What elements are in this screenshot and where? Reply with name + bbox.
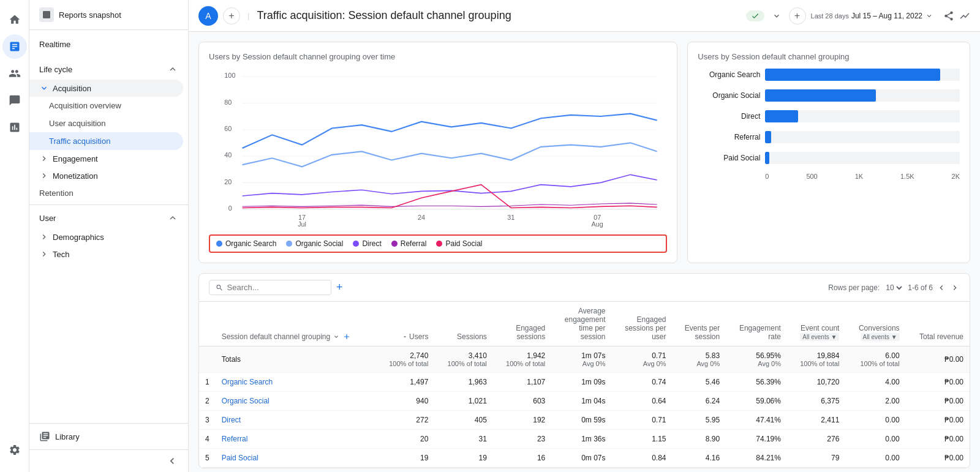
search-icon — [216, 283, 224, 292]
table-row: 2 Organic Social 940 1,021 603 1m 04s 0.… — [199, 392, 970, 411]
add-col-icon[interactable] — [342, 332, 351, 341]
monetization-label: Monetization — [53, 171, 98, 181]
acquisition-nav-item[interactable]: Acquisition — [29, 80, 183, 97]
col-channel-header[interactable]: Session default channel grouping — [216, 302, 376, 347]
col-users-header[interactable]: Users — [376, 302, 434, 347]
bar-fill-organic-social — [765, 89, 876, 102]
dropdown-btn[interactable] — [772, 11, 782, 21]
home-icon-btn[interactable] — [2, 7, 27, 32]
data-table-card: + Rows per page: 10 25 50 1-6 of 6 — [198, 273, 970, 468]
library-nav-item[interactable]: Library — [29, 423, 188, 449]
icon-sidebar — [0, 0, 29, 472]
tech-label: Tech — [53, 250, 69, 259]
data-table: Session default channel grouping Users — [199, 302, 970, 468]
bar-fill-paid-social — [765, 152, 769, 164]
prev-page-icon[interactable] — [937, 283, 946, 293]
row1-eng-rate: 56.39% — [726, 373, 787, 392]
reports-snapshot-label[interactable]: Reports snapshot — [59, 10, 121, 20]
totals-conversions: 6.00 100% of total — [845, 347, 905, 373]
lifecycle-header[interactable]: Life cycle — [29, 59, 188, 80]
audience-icon-btn[interactable] — [2, 61, 27, 86]
line-chart-title: Users by Session default channel groupin… — [209, 52, 667, 61]
bar-row-referral: Referral — [698, 131, 960, 143]
row5-conversions: 0.00 — [845, 449, 905, 468]
user-avatar[interactable]: A — [198, 6, 218, 26]
add-report-btn[interactable]: + — [789, 7, 806, 24]
tech-nav-item[interactable]: Tech — [29, 245, 188, 263]
engagement-label: Engagement — [53, 154, 98, 163]
row5-channel[interactable]: Paid Social — [216, 449, 376, 468]
next-page-icon[interactable] — [950, 283, 960, 293]
event-count-filter[interactable]: All events ▼ — [800, 333, 839, 341]
row4-avg-time: 1m 36s — [551, 430, 611, 449]
totals-engaged: 1,942 100% of total — [493, 347, 551, 373]
svg-text:80: 80 — [224, 99, 232, 106]
row4-channel[interactable]: Referral — [216, 430, 376, 449]
demographics-nav-item[interactable]: Demographics — [29, 228, 188, 245]
bar-track-organic-social — [765, 89, 960, 102]
share-icon[interactable] — [943, 10, 954, 21]
left-nav: Reports snapshot Realtime Life cycle Acq… — [29, 0, 189, 472]
top-bar: A + | Traffic acquisition: Session defau… — [189, 0, 980, 32]
row1-channel[interactable]: Organic Search — [216, 373, 376, 392]
add-dimension-btn[interactable]: + — [336, 281, 343, 294]
svg-text:100: 100 — [224, 72, 235, 79]
row3-conversions: 0.00 — [845, 411, 905, 430]
bar-row-direct: Direct — [698, 110, 960, 122]
row2-engaged: 603 — [493, 392, 551, 411]
acquisition-label: Acquisition — [53, 84, 91, 93]
library-label: Library — [55, 432, 80, 441]
chevron-right-engagement-icon — [39, 154, 49, 163]
analytics-icon-btn[interactable] — [2, 34, 27, 59]
row3-avg-time: 0m 59s — [551, 411, 611, 430]
legend-organic-search: Organic Search — [216, 239, 276, 248]
search-input[interactable] — [227, 283, 325, 292]
legend-dot-organic-search — [216, 241, 222, 247]
chart-icon[interactable] — [959, 10, 970, 21]
row1-avg-time: 1m 09s — [551, 373, 611, 392]
acquisition-overview-label: Acquisition overview — [49, 101, 121, 110]
rows-per-page-select[interactable]: 10 25 50 — [883, 283, 904, 293]
col-sessions-header: Sessions — [434, 302, 492, 347]
content-area: Users by Session default channel groupin… — [189, 32, 980, 472]
date-range-value[interactable]: Jul 15 – Aug 11, 2022 — [851, 12, 922, 20]
chevron-left-icon — [166, 455, 178, 467]
bar-row-organic-social: Organic Social — [698, 89, 960, 102]
sort-down-icon — [402, 334, 408, 340]
row2-channel[interactable]: Organic Social — [216, 392, 376, 411]
user-section-header[interactable]: User — [29, 208, 188, 228]
col-event-count-header: Event count All events ▼ — [787, 302, 845, 347]
totals-event-count: 19,884 100% of total — [787, 347, 845, 373]
row1-conversions: 4.00 — [845, 373, 905, 392]
marketing-icon-btn[interactable] — [2, 88, 27, 113]
totals-events-per: 5.83 Avg 0% — [673, 347, 726, 373]
table-row: 4 Referral 20 31 23 1m 36s 1.15 8.90 74.… — [199, 430, 970, 449]
traffic-acquisition-nav-item[interactable]: Traffic acquisition — [29, 132, 183, 150]
conversions-filter[interactable]: All events ▼ — [861, 333, 900, 341]
legend-paid-social: Paid Social — [436, 239, 482, 248]
nav-collapse-btn[interactable] — [29, 449, 188, 472]
legend-dot-paid-social — [436, 241, 442, 247]
chevron-down-icon — [772, 11, 782, 21]
retention-nav-item[interactable]: Retention — [29, 184, 183, 202]
acquisition-overview-nav-item[interactable]: Acquisition overview — [29, 97, 183, 114]
date-prefix: Last 28 days — [811, 12, 849, 20]
status-badge — [746, 10, 764, 21]
row3-sessions: 405 — [434, 411, 492, 430]
row2-sessions: 1,021 — [434, 392, 492, 411]
monetization-nav-item[interactable]: Monetization — [29, 167, 188, 184]
add-property-btn[interactable]: + — [223, 7, 240, 24]
user-acquisition-nav-item[interactable]: User acquisition — [29, 114, 183, 132]
row5-event-count: 79 — [787, 449, 845, 468]
realtime-nav-item[interactable]: Realtime — [29, 35, 183, 54]
totals-users: 2,740 100% of total — [376, 347, 434, 373]
search-box[interactable] — [209, 280, 331, 295]
engagement-nav-item[interactable]: Engagement — [29, 150, 188, 167]
report-icon-btn[interactable] — [2, 115, 27, 140]
row4-eng-per-user: 1.15 — [612, 430, 673, 449]
settings-icon-btn[interactable] — [2, 438, 27, 462]
row4-event-count: 276 — [787, 430, 845, 449]
totals-eng-rate: 56.95% Avg 0% — [726, 347, 787, 373]
row3-eng-rate: 47.41% — [726, 411, 787, 430]
row3-channel[interactable]: Direct — [216, 411, 376, 430]
